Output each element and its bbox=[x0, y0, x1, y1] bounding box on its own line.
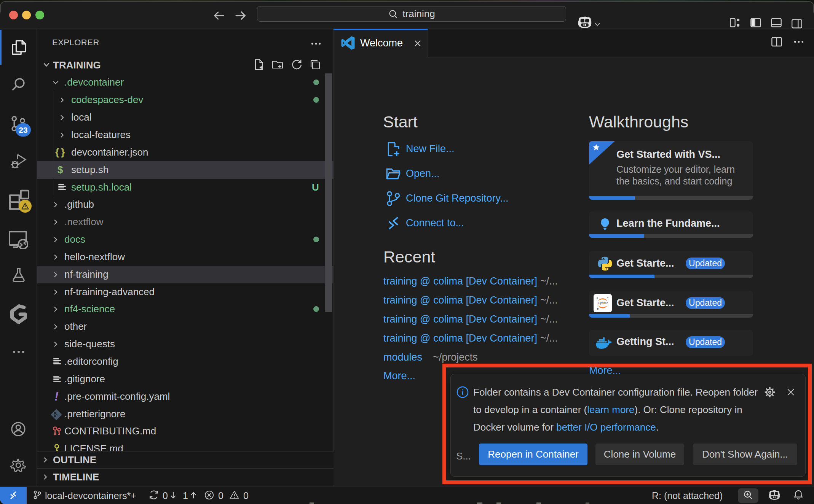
svg-text:jupyter: jupyter bbox=[597, 301, 608, 305]
